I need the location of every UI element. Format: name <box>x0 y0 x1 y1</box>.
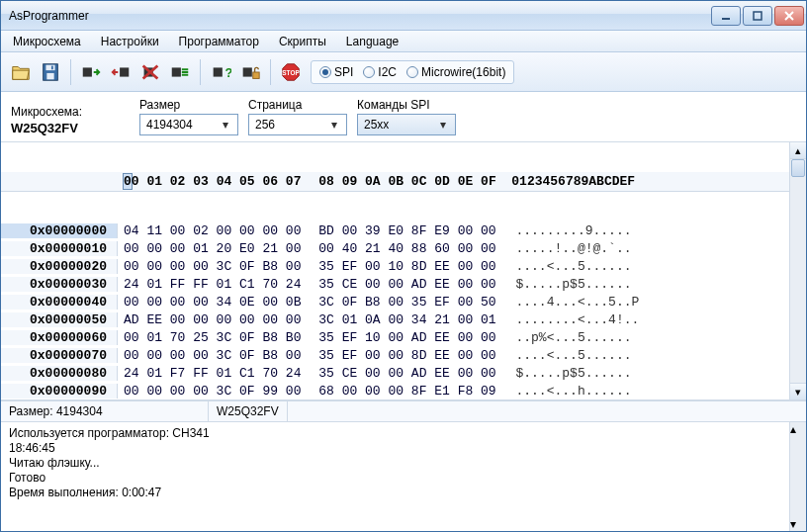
chip-erase-button[interactable] <box>136 58 164 86</box>
scroll-track[interactable] <box>790 436 806 517</box>
hex-address: 0x00000000 <box>1 223 118 238</box>
app-window: AsProgrammer Микросхема Настройки Програ… <box>0 0 807 532</box>
scroll-track[interactable] <box>790 159 806 383</box>
svg-rect-16 <box>243 67 252 76</box>
interface-radio-group: SPI I2C Microwire(16bit) <box>311 60 514 84</box>
hex-bytes[interactable]: 00 00 00 00 3C 0F B8 00 35 EF 00 00 8D E… <box>118 348 503 363</box>
chip-detect-button[interactable]: ? <box>207 58 234 86</box>
menu-scripts[interactable]: Скрипты <box>269 31 336 51</box>
hex-row[interactable]: 0x0000008024 01 F7 FF 01 C1 70 24 35 CE … <box>1 364 789 382</box>
maximize-button[interactable] <box>743 6 772 26</box>
scroll-up-button[interactable]: ▴ <box>790 422 806 436</box>
menu-language[interactable]: Language <box>336 31 408 51</box>
hex-bytes[interactable]: 04 11 00 02 00 00 00 00 BD 00 39 E0 8F E… <box>118 223 503 238</box>
radio-spi[interactable]: SPI <box>319 65 353 79</box>
hex-ascii: ....<...5...... <box>515 348 631 363</box>
hex-editor: 00 01 02 03 04 05 06 07 08 09 0A 0B 0C 0… <box>1 142 806 531</box>
hex-header-row: 00 01 02 03 04 05 06 07 08 09 0A 0B 0C 0… <box>1 172 789 192</box>
hex-bytes[interactable]: 00 00 00 00 3C 0F B8 00 35 EF 00 10 8D E… <box>118 259 503 274</box>
save-file-button[interactable] <box>37 58 64 86</box>
stop-button[interactable]: STOP <box>277 58 305 86</box>
window-title: AsProgrammer <box>9 9 711 23</box>
log-scrollbar[interactable]: ▴ ▾ <box>789 422 806 531</box>
hex-bytes[interactable]: AD EE 00 00 00 00 00 00 3C 01 0A 00 34 2… <box>118 312 503 327</box>
radio-microwire[interactable]: Microwire(16bit) <box>406 65 505 79</box>
hex-grid: 00 01 02 03 04 05 06 07 08 09 0A 0B 0C 0… <box>1 142 806 400</box>
chip-read-button[interactable] <box>77 58 105 86</box>
hex-row[interactable]: 0x0000002000 00 00 00 3C 0F B8 00 35 EF … <box>1 257 789 275</box>
hex-row[interactable]: 0x0000007000 00 00 00 3C 0F B8 00 35 EF … <box>1 346 789 364</box>
scroll-down-button[interactable]: ▾ <box>790 517 806 531</box>
page-label: Страница <box>248 98 347 112</box>
menubar: Микросхема Настройки Программатор Скрипт… <box>1 31 806 52</box>
hex-ascii: .....!..@!@.`.. <box>515 241 631 256</box>
hex-address: 0x00000010 <box>1 241 118 256</box>
hex-bytes[interactable]: 00 00 00 00 34 0E 00 0B 3C 0F B8 00 35 E… <box>118 295 503 310</box>
hex-ascii: ....<...h...... <box>515 384 631 399</box>
chip-verify-button[interactable] <box>166 58 194 86</box>
open-file-button[interactable] <box>7 58 35 86</box>
svg-rect-7 <box>51 65 53 69</box>
minimize-button[interactable] <box>711 6 741 26</box>
close-button[interactable] <box>774 6 804 26</box>
hex-bytes[interactable]: 24 01 FF FF 01 C1 70 24 35 CE 00 00 AD E… <box>118 277 503 292</box>
spi-commands-combo[interactable]: 25xx ▾ <box>357 114 456 135</box>
hex-ascii: $.....p$5...... <box>515 277 631 292</box>
svg-rect-6 <box>46 72 53 78</box>
hex-bytes[interactable]: 00 00 00 00 3C 0F 99 00 68 00 00 00 8F E… <box>118 384 503 399</box>
chip-label: Микросхема: <box>11 105 130 119</box>
hex-row[interactable]: 0x0000001000 00 00 01 20 E0 21 00 00 40 … <box>1 239 789 257</box>
spi-value: 25xx <box>364 118 389 132</box>
window-controls <box>711 6 804 26</box>
hex-row[interactable]: 0x0000009000 00 00 00 3C 0F 99 00 68 00 … <box>1 382 789 399</box>
chip-unlock-button[interactable] <box>236 58 264 86</box>
hex-row[interactable]: 0x000000A000 00 00 00 34 0E 20 45 3C 0F … <box>1 399 789 400</box>
scroll-down-button[interactable]: ▾ <box>790 383 806 399</box>
toolbar-separator <box>70 59 71 85</box>
chip-name: W25Q32FV <box>11 121 130 135</box>
menu-programmer[interactable]: Программатор <box>169 31 269 51</box>
hex-body[interactable]: 00 01 02 03 04 05 06 07 08 09 0A 0B 0C 0… <box>1 142 789 399</box>
size-label: Размер <box>139 98 238 112</box>
hex-ascii: ....<...5...... <box>515 259 631 274</box>
hex-row[interactable]: 0x0000000004 11 00 02 00 00 00 00 BD 00 … <box>1 222 789 239</box>
menu-chip[interactable]: Микросхема <box>3 31 91 51</box>
log-text[interactable]: Используется программатор: CH341 18:46:4… <box>1 422 789 531</box>
hex-address: 0x00000050 <box>1 312 118 327</box>
chevron-down-icon: ▾ <box>435 118 451 132</box>
hex-row[interactable]: 0x0000003024 01 FF FF 01 C1 70 24 35 CE … <box>1 275 789 293</box>
size-combo[interactable]: 4194304 ▾ <box>139 114 238 135</box>
hex-address: 0x00000030 <box>1 277 118 292</box>
hex-address: 0x00000090 <box>1 384 118 399</box>
status-chip: W25Q32FV <box>209 401 288 421</box>
hex-row[interactable]: 0x00000050AD EE 00 00 00 00 00 00 3C 01 … <box>1 310 789 328</box>
hex-address: 0x00000040 <box>1 295 118 310</box>
size-group: Размер 4194304 ▾ <box>139 98 238 135</box>
chip-write-button[interactable] <box>107 58 134 86</box>
scroll-thumb[interactable] <box>791 159 805 177</box>
menu-settings[interactable]: Настройки <box>91 31 169 51</box>
size-value: 4194304 <box>146 118 193 132</box>
scroll-up-button[interactable]: ▴ <box>790 142 806 159</box>
hex-row[interactable]: 0x0000006000 01 70 25 3C 0F B8 B0 35 EF … <box>1 328 789 346</box>
svg-text:STOP: STOP <box>282 68 300 75</box>
radio-dot-icon <box>406 66 418 78</box>
hex-rows: 0x0000000004 11 00 02 00 00 00 00 BD 00 … <box>1 222 789 400</box>
hex-bytes[interactable]: 00 00 00 01 20 E0 21 00 00 40 21 40 88 6… <box>118 241 503 256</box>
svg-rect-9 <box>120 67 129 76</box>
chevron-down-icon: ▾ <box>218 118 233 132</box>
svg-rect-17 <box>253 72 259 78</box>
hex-address: 0x00000020 <box>1 259 118 274</box>
hex-address: 0x00000080 <box>1 366 118 381</box>
page-combo[interactable]: 256 ▾ <box>248 114 347 135</box>
hex-scrollbar[interactable]: ▴ ▾ <box>789 142 806 399</box>
hex-row[interactable]: 0x0000004000 00 00 00 34 0E 00 0B 3C 0F … <box>1 293 789 310</box>
svg-rect-13 <box>172 67 181 76</box>
hex-bytes[interactable]: 24 01 F7 FF 01 C1 70 24 35 CE 00 00 AD E… <box>118 366 503 381</box>
chevron-down-icon: ▾ <box>326 118 342 132</box>
chip-name-group: Микросхема: W25Q32FV <box>11 105 130 135</box>
svg-rect-8 <box>83 67 92 76</box>
page-value: 256 <box>255 118 275 132</box>
hex-bytes[interactable]: 00 01 70 25 3C 0F B8 B0 35 EF 10 00 AD E… <box>118 330 503 345</box>
radio-i2c[interactable]: I2C <box>363 65 397 79</box>
